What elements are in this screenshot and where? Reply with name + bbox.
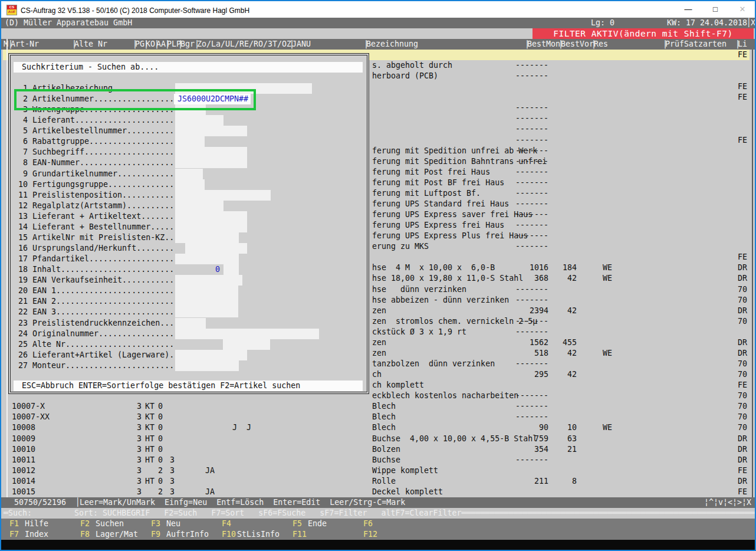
cell-bestvor: 42: [539, 369, 577, 380]
table-row[interactable]: 10007-XX3KT0Blech-------70: [0, 412, 754, 422]
table-row[interactable]: 10007-X3KT0Blech-------70: [0, 401, 754, 412]
dialog-field-input[interactable]: [175, 211, 247, 222]
cell-bestvor: 42: [539, 273, 577, 284]
cell-pg: 3: [137, 444, 142, 455]
close-button[interactable]: ✕: [729, 1, 756, 18]
cell-li: DR: [738, 306, 747, 316]
fkey-label-f2[interactable]: Suchen: [96, 519, 124, 529]
table-row[interactable]: 100113HT03Buchse-------DR: [0, 455, 754, 465]
dialog-field-input[interactable]: [175, 169, 203, 179]
dialog-field-input[interactable]: [175, 254, 239, 264]
cell-bezeichnung: erung zu MKS: [372, 241, 429, 252]
fkey-label-f9[interactable]: AuftrInfo: [166, 529, 209, 540]
cell-li: 70: [738, 316, 747, 327]
dialog-field-input[interactable]: [175, 286, 238, 296]
dialog-field-input[interactable]: [175, 136, 205, 147]
dialog-field-label: 13 Lieferant + Artikeltext.......: [18, 211, 174, 222]
dialog-field-input[interactable]: [175, 179, 205, 190]
dialog-field-input[interactable]: [175, 158, 247, 168]
dialog-field-input[interactable]: [175, 329, 319, 339]
dialog-field-input[interactable]: [175, 296, 238, 307]
title-bar[interactable]: CS AUF CS-Auftrag 32 V5.138 - 50/160 (C)…: [1, 1, 755, 18]
fkey-f3[interactable]: F3: [151, 519, 160, 529]
cell-bezeichnung: Buchse: [372, 455, 400, 465]
cell-bezeichnung: ferung UPS Express frei Haus: [372, 220, 504, 231]
cell-pg: 3: [137, 487, 142, 497]
cell-bezeichnung: Blech: [372, 412, 396, 422]
fkey-f2[interactable]: F2: [80, 519, 90, 529]
minimize-button[interactable]: —: [675, 1, 702, 18]
cell-bezeichnung: Bolzen: [372, 444, 400, 455]
dialog-field-input[interactable]: [175, 115, 223, 126]
cell-res: WE: [603, 263, 612, 273]
dialog-field-input[interactable]: [175, 275, 242, 286]
cell-bestmon: -------: [511, 455, 548, 465]
window-border-top: [0, 0, 756, 1]
table-row[interactable]: 10012323JAWippe komplettFE: [0, 465, 754, 476]
maximize-button[interactable]: □: [702, 1, 729, 18]
fkey-label-f3[interactable]: Neu: [166, 519, 180, 529]
column-header-cell: Art-Nr: [11, 39, 39, 50]
cell-artnr: 10012: [12, 465, 35, 476]
cell-li: DR: [738, 476, 747, 487]
dialog-field-input[interactable]: [175, 318, 206, 329]
dialog-field-input[interactable]: [175, 126, 247, 136]
cell-bestmon: -------: [511, 284, 548, 295]
dialog-field-input[interactable]: [223, 264, 239, 275]
fkey-label-f10[interactable]: StLisInfo: [237, 529, 280, 540]
list-frame-right-line[interactable]: [752, 50, 753, 497]
record-counter: 50750/52196: [9, 497, 66, 508]
fkey-label-f5[interactable]: Ende: [308, 519, 327, 529]
fkey-f1[interactable]: F1: [9, 519, 19, 529]
fkey-label-f7[interactable]: Index: [25, 529, 48, 540]
fkey-f9[interactable]: F9: [151, 529, 160, 540]
cell-bezeichnung: Blech: [372, 422, 396, 433]
cell-li: 70: [738, 401, 747, 412]
dialog-field-input[interactable]: [175, 350, 247, 360]
fkey-f8[interactable]: F8: [80, 529, 90, 540]
dialog-field-input[interactable]: [175, 222, 247, 232]
table-row[interactable]: 100103HT0Bolzen35421DR: [0, 444, 754, 455]
dialog-field-label: 11 Preislistenposition...........: [18, 190, 174, 201]
table-row[interactable]: 100093HT0Buchse 4,00 x 10,00 x 4,55-B St…: [0, 434, 754, 444]
fkey-label-f1[interactable]: Hilfe: [25, 519, 48, 529]
cell-bestmon: -------: [511, 295, 548, 306]
table-row[interactable]: 100083KT0JJBlech9010WE70: [0, 422, 754, 433]
fkey-f11[interactable]: F11: [292, 529, 307, 540]
cell-bestmon: -------: [511, 391, 548, 401]
fkey-f6[interactable]: F6: [363, 519, 373, 529]
cell-artnr: 10009: [12, 434, 35, 444]
cell-li: FE: [738, 380, 747, 391]
cell-bezeichnung: ch: [372, 369, 382, 380]
table-row[interactable]: 100143HT03Rolle2118DR: [0, 476, 754, 487]
cell-artnr: 10015: [12, 487, 35, 497]
application-window: CS AUF CS-Auftrag 32 V5.138 - 50/160 (C)…: [0, 0, 756, 551]
dialog-field-label: 22 EAN 3.........................: [18, 307, 174, 317]
dialog-field-label: 25 Alte Nr.......................: [18, 339, 174, 350]
dialog-field-input[interactable]: [175, 360, 239, 371]
fkey-f4[interactable]: F4: [222, 519, 231, 529]
table-row[interactable]: 10015323JADeckel komplettFE: [0, 487, 754, 497]
fkey-label-f8[interactable]: Lager/Mat: [96, 529, 138, 540]
cell-li: FE: [738, 135, 747, 146]
dialog-field-input[interactable]: [175, 307, 238, 317]
cell-bestmon: -------: [511, 135, 548, 146]
fkey-f7[interactable]: F7: [9, 529, 19, 540]
dialog-field-input[interactable]: [223, 339, 270, 350]
fkey-f10[interactable]: F10: [222, 529, 236, 540]
dialog-field-input[interactable]: [185, 243, 247, 254]
search-sort-bar: ═Such: Sort: SUCHBEGRIF F2=Such F7=Sort …: [1, 508, 755, 519]
dialog-field-input[interactable]: [175, 190, 271, 201]
cell-bestmon: -------: [511, 231, 548, 241]
nav-arrows[interactable]: ¦^¦v¦<¦>¦X: [704, 497, 751, 508]
fkey-f5[interactable]: F5: [292, 519, 302, 529]
cell-bezeichnung: ckstück Ø 3 x 1,9 rt: [372, 327, 466, 337]
cell-bezeichnung: herboard (PCB): [372, 71, 438, 81]
cell-pg: 3: [137, 476, 142, 487]
fkey-f12[interactable]: F12: [363, 529, 377, 540]
cell-aa: 0: [158, 476, 163, 487]
dialog-field-input[interactable]: [175, 201, 223, 211]
dialog-field-input[interactable]: [175, 232, 239, 243]
cell-res: WE: [603, 273, 612, 284]
dialog-field-input[interactable]: [175, 147, 247, 158]
